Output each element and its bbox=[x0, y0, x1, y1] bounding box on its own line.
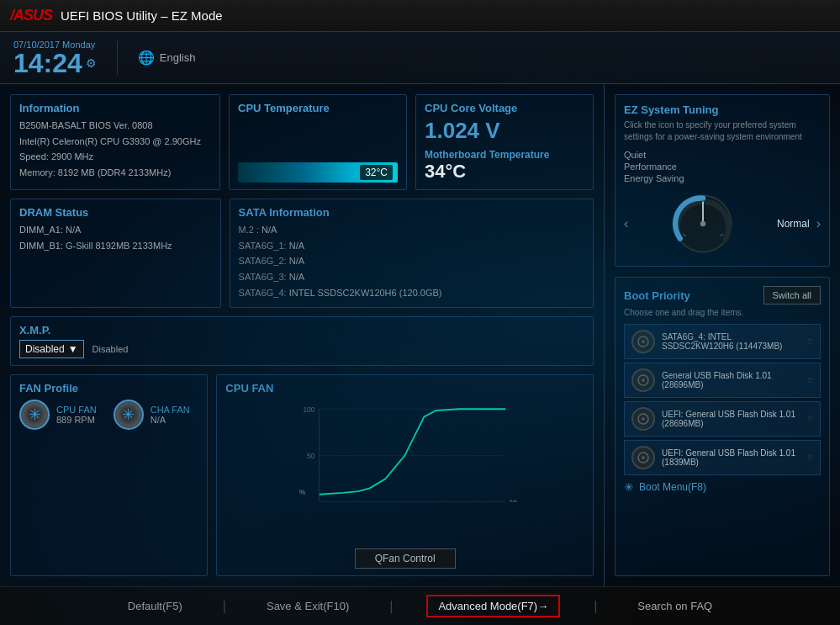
fan-chart-svg: 100 50 % 0 30 70 100 °C bbox=[225, 401, 584, 502]
temp-bar: 32°C bbox=[238, 162, 398, 183]
cpu-temp-value: 32°C bbox=[360, 165, 393, 180]
chart-area: 100 50 % 0 30 70 100 °C bbox=[225, 401, 584, 543]
svg-text:50: 50 bbox=[307, 453, 315, 461]
svg-text:%: % bbox=[299, 488, 306, 496]
svg-text:100: 100 bbox=[304, 405, 315, 414]
svg-text:°C: °C bbox=[510, 499, 517, 502]
